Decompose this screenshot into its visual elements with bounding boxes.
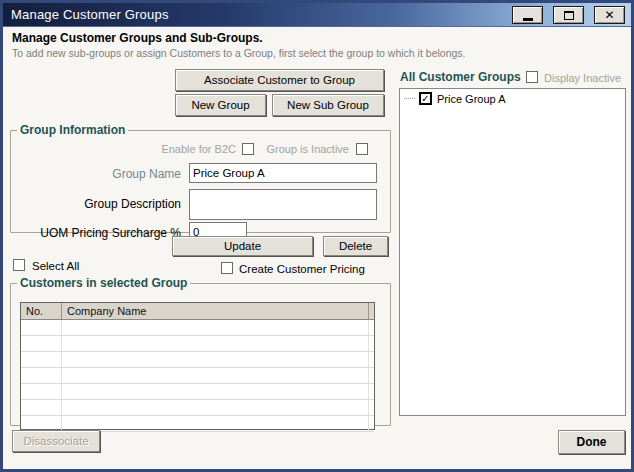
- enable-b2c-checkbox[interactable]: ✓: [242, 143, 254, 155]
- all-customer-groups-title: All Customer Groups: [400, 70, 521, 84]
- display-inactive-label: Display Inactive: [544, 72, 621, 84]
- cell-spacer: [369, 416, 374, 431]
- enable-b2c-label: Enable for B2C: [131, 143, 236, 155]
- select-all-label: Select All: [32, 260, 79, 272]
- cell-spacer: [369, 352, 374, 367]
- cell-spacer: [369, 368, 374, 383]
- cell-spacer: [369, 384, 374, 399]
- tree-item-checkbox[interactable]: ✓: [419, 92, 432, 105]
- display-inactive-checkbox[interactable]: ✓: [526, 71, 538, 83]
- tree-connector-icon: [404, 98, 415, 99]
- group-description-label: Group Description: [51, 197, 181, 211]
- cell-company-name: [62, 352, 369, 367]
- window-title: Manage Customer Groups: [3, 7, 169, 22]
- group-inactive-checkbox[interactable]: ✓: [356, 143, 368, 155]
- minimize-icon: [523, 18, 533, 21]
- tree-item[interactable]: ✓Price Group A: [400, 89, 625, 105]
- customers-fieldset: Customers in selected Group No. Company …: [10, 276, 391, 426]
- delete-button[interactable]: Delete: [323, 236, 388, 256]
- create-customer-pricing-checkbox[interactable]: ✓: [221, 262, 233, 274]
- cell-company-name: [62, 320, 369, 335]
- cell-no: [21, 400, 62, 415]
- cell-company-name: [62, 336, 369, 351]
- new-group-button[interactable]: New Group: [175, 94, 266, 116]
- customers-grid: No. Company Name: [20, 302, 375, 430]
- cell-company-name: [62, 400, 369, 415]
- uom-surcharge-label: UOM Pricing Surcharge %: [21, 226, 181, 240]
- cell-company-name: [62, 368, 369, 383]
- close-button[interactable]: ✕: [594, 6, 625, 24]
- table-row[interactable]: [21, 320, 374, 336]
- create-customer-pricing-label: Create Customer Pricing: [239, 263, 365, 275]
- page-title: Manage Customer Groups and Sub-Groups.: [12, 31, 263, 45]
- cell-no: [21, 416, 62, 431]
- table-row[interactable]: [21, 400, 374, 416]
- group-name-label: Group Name: [51, 167, 181, 181]
- disassociate-button[interactable]: Disassociate: [12, 430, 100, 452]
- select-all-checkbox[interactable]: ✓: [13, 259, 25, 271]
- manage-customer-groups-window: Manage Customer Groups ✕ Manage Customer…: [0, 0, 634, 472]
- table-row[interactable]: [21, 384, 374, 400]
- maximize-icon: [564, 11, 574, 20]
- cell-spacer: [369, 336, 374, 351]
- cell-spacer: [369, 320, 374, 335]
- cell-company-name: [62, 416, 369, 431]
- page-subtitle: To add new sub-groups or assign Customer…: [12, 47, 465, 59]
- new-sub-group-button[interactable]: New Sub Group: [272, 94, 384, 116]
- cell-spacer: [369, 400, 374, 415]
- cell-no: [21, 352, 62, 367]
- table-row[interactable]: [21, 352, 374, 368]
- column-header-spacer: [369, 303, 374, 319]
- done-button[interactable]: Done: [558, 430, 625, 454]
- cell-company-name: [62, 384, 369, 399]
- minimize-button[interactable]: [512, 6, 543, 24]
- column-header-no[interactable]: No.: [21, 303, 62, 319]
- maximize-button[interactable]: [553, 6, 584, 24]
- window-controls: ✕: [512, 6, 625, 24]
- dialog-content: Manage Customer Groups and Sub-Groups. T…: [3, 28, 631, 472]
- associate-customer-button[interactable]: Associate Customer to Group: [175, 69, 384, 91]
- cell-no: [21, 368, 62, 383]
- customers-legend: Customers in selected Group: [17, 276, 190, 290]
- group-inactive-label: Group is Inactive: [259, 143, 349, 155]
- tree-item-label: Price Group A: [436, 93, 505, 105]
- cell-no: [21, 320, 62, 335]
- customers-grid-body: [21, 320, 374, 432]
- close-icon: ✕: [604, 9, 614, 21]
- table-row[interactable]: [21, 336, 374, 352]
- group-name-input[interactable]: [189, 163, 377, 183]
- cell-no: [21, 336, 62, 351]
- group-information-fieldset: Group Information Enable for B2C ✓ Group…: [10, 123, 391, 233]
- group-description-input[interactable]: [189, 189, 377, 220]
- update-button[interactable]: Update: [172, 236, 313, 256]
- customer-groups-tree[interactable]: ✓Price Group A: [399, 88, 626, 416]
- group-information-legend: Group Information: [17, 123, 128, 137]
- table-row[interactable]: [21, 368, 374, 384]
- customers-grid-header: No. Company Name: [21, 303, 374, 320]
- column-header-company-name[interactable]: Company Name: [62, 303, 369, 319]
- cell-no: [21, 384, 62, 399]
- titlebar[interactable]: Manage Customer Groups ✕: [3, 3, 631, 27]
